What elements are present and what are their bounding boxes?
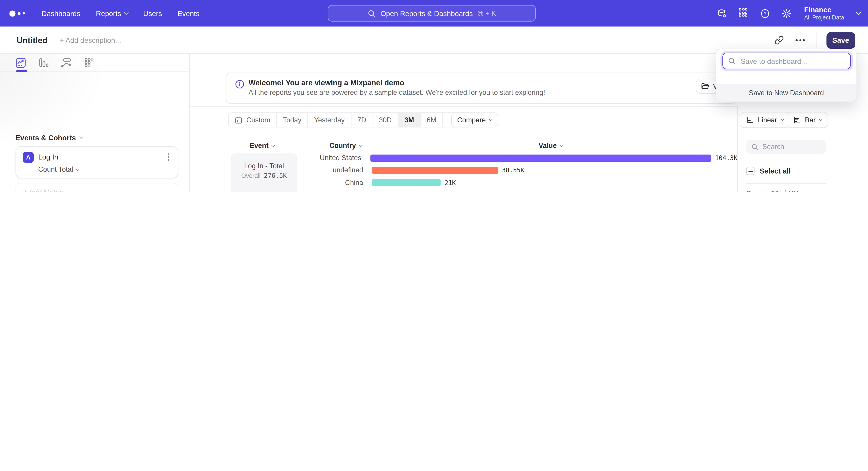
save-to-dashboard-popover: Save to New Dashboard — [716, 49, 857, 102]
bar-category-label: United States — [190, 154, 361, 162]
bar-segment[interactable] — [372, 167, 498, 174]
legend-search-input[interactable]: Search — [746, 140, 827, 154]
bar-segment[interactable] — [370, 154, 711, 161]
nav-item-events[interactable]: Events — [178, 9, 199, 18]
metric-card-log-in[interactable]: A Log In Count Total — [16, 146, 178, 178]
query-builder-sidebar: Events & Cohorts A Log In Count Total + … — [0, 54, 190, 192]
nav-item-label: Dashboards — [41, 9, 81, 18]
nav-item-label: Reports — [96, 9, 121, 18]
country-section-label: Country 12 of 184 — [746, 189, 799, 192]
indeterminate-checkbox-icon — [746, 167, 754, 175]
search-icon — [751, 143, 758, 150]
add-metric-button[interactable]: + Add Metric — [16, 183, 178, 192]
tab-retention[interactable] — [84, 57, 94, 68]
chart-row-undefined: undefined38.55K — [190, 164, 737, 176]
chart-row-united-states: United States104.3K — [190, 152, 737, 164]
nav-item-label: Users — [143, 9, 162, 18]
save-dashboard-search[interactable] — [722, 53, 851, 69]
save-to-new-dashboard-button[interactable]: Save to New Dashboard — [716, 84, 857, 101]
settings-gear-icon[interactable] — [781, 8, 792, 18]
divider — [746, 183, 827, 184]
tab-funnels[interactable] — [38, 57, 49, 68]
events-cohorts-heading[interactable]: Events & Cohorts — [16, 134, 83, 142]
bar-value-label: 104.3K — [715, 154, 737, 162]
apps-grid-icon[interactable] — [738, 8, 748, 18]
report-title[interactable]: Untitled — [17, 35, 48, 45]
metric-event-name[interactable]: Log In — [38, 153, 58, 161]
project-name: Finance — [804, 6, 844, 14]
save-button[interactable]: Save — [826, 32, 855, 49]
active-tab-underline — [16, 70, 27, 72]
metric-aggregation-dropdown[interactable]: Count Total — [38, 166, 79, 173]
help-icon[interactable]: ? — [760, 8, 770, 18]
add-description-field[interactable]: + Add description... — [60, 36, 121, 44]
search-icon — [368, 9, 376, 18]
bar-segment[interactable] — [372, 192, 416, 192]
linear-axis-icon — [746, 116, 754, 124]
select-all-checkbox[interactable]: Select all — [746, 167, 791, 175]
bar-category-label: China — [190, 179, 363, 186]
bar-category-label: undefined — [190, 167, 363, 174]
nav-item-label: Events — [178, 9, 199, 18]
bar-chart-icon — [793, 116, 801, 124]
primary-nav: DashboardsReportsUsersEvents — [41, 9, 199, 18]
global-search-button[interactable]: Open Reports & Dashboards ⌘ + K — [328, 5, 536, 22]
svg-text:?: ? — [763, 11, 766, 16]
topbar-utilities: ? Finance All Project Data — [717, 0, 860, 27]
nav-item-reports[interactable]: Reports — [96, 9, 128, 18]
more-options-icon[interactable] — [795, 35, 806, 46]
mixpanel-logo-icon[interactable] — [9, 10, 28, 16]
chevron-down-icon — [124, 10, 128, 15]
top-navigation-bar: DashboardsReportsUsersEvents Open Report… — [0, 0, 868, 27]
nav-item-users[interactable]: Users — [143, 9, 162, 18]
metric-kebab-icon[interactable] — [164, 153, 172, 162]
chart-row-china: China21K — [190, 177, 737, 189]
bar-chart: United States104.3Kundefined38.55KChina2… — [190, 54, 737, 192]
chevron-down-icon — [856, 10, 861, 15]
project-scope: All Project Data — [804, 14, 844, 21]
scale-dropdown[interactable]: Linear — [740, 112, 790, 128]
bar-segment[interactable] — [372, 179, 441, 186]
breakdown-legend-panel: Linear Bar Search Select all Country 12 … — [737, 106, 868, 192]
chart-style-dropdown[interactable]: Bar — [786, 112, 829, 128]
search-icon — [728, 57, 736, 65]
copy-link-icon[interactable] — [774, 35, 785, 46]
metric-letter-badge: A — [23, 152, 34, 163]
chart-row-japan: Japan13.34K — [190, 189, 737, 192]
data-management-icon[interactable] — [717, 8, 727, 18]
search-shortcut: ⌘ + K — [477, 9, 496, 17]
legend-search-placeholder: Search — [762, 143, 784, 151]
bar-value-label: 21K — [445, 179, 456, 186]
bar-category-label: Japan — [190, 191, 363, 192]
tab-flows[interactable] — [61, 57, 71, 68]
save-dashboard-input[interactable] — [740, 56, 839, 66]
nav-item-dashboards[interactable]: Dashboards — [41, 9, 81, 18]
bar-value-label: 38.55K — [502, 167, 524, 174]
tab-insights[interactable] — [16, 57, 26, 68]
project-switcher[interactable]: Finance All Project Data — [804, 6, 844, 21]
global-search-placeholder: Open Reports & Dashboards — [380, 9, 473, 18]
report-type-tabs — [0, 54, 189, 72]
bar-value-label: 13.34K — [420, 191, 442, 192]
mixpanel-insights-app: DashboardsReportsUsersEvents Open Report… — [0, 0, 868, 192]
divider — [816, 32, 816, 48]
